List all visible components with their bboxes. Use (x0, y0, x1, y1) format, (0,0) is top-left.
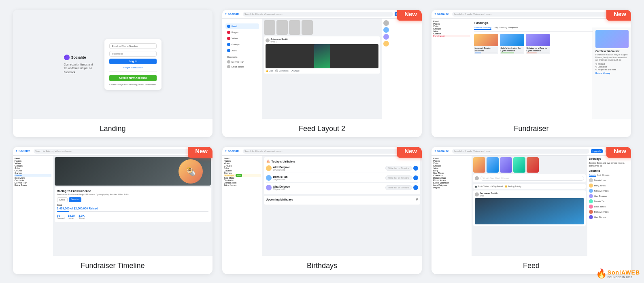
fund-progress-3 (527, 53, 549, 53)
f2-post-image (475, 198, 584, 224)
browse-tab[interactable]: Browse Funding (474, 26, 491, 30)
nav-pages[interactable]: Pages (225, 30, 259, 35)
contacts-section: Contacts Dennis Han Erica Jones (225, 56, 259, 69)
post-actions: 👍 Like 💬 Comment ↗ Share (266, 70, 379, 72)
story-3[interactable] (289, 20, 300, 35)
bd-person-2-left: Dennis Han 19 years old (266, 175, 288, 181)
f2-groups-tab[interactable]: Groups (602, 174, 609, 177)
ft-goal-amount: 2,429,000 of $2,000,000 Raised (57, 207, 208, 210)
ft-progress-fill (57, 211, 69, 212)
bd-person-3-name: Alex Dolgove (273, 185, 290, 188)
contact-dennis: Dennis Han (225, 59, 259, 64)
fund-card-1[interactable]: Naveen's Boston Marathon (474, 34, 498, 54)
story-2[interactable] (276, 20, 288, 35)
create-account-button[interactable]: Create New Account (109, 75, 157, 81)
card-preview-feed: New ✦ Socialite Search for Friends, Vide… (222, 10, 422, 119)
create-fund-image (595, 30, 629, 48)
right-avatar-2 (383, 27, 389, 33)
bd-today-section: 🎂 Today's birthdays Alex Dolgove 19 year… (264, 157, 420, 194)
fr-topbar-search[interactable]: Search for Friends, Videos and more... (452, 12, 609, 17)
landing-description: Connect with friends and the world aroun… (64, 63, 96, 74)
option-dot-3 (595, 69, 597, 70)
ft-share-btn[interactable]: Share (57, 197, 68, 202)
story-1[interactable] (264, 20, 275, 35)
f2-story-2[interactable] (487, 157, 499, 173)
ft-donate-btn[interactable]: Donated (69, 197, 81, 202)
card-birthdays: New ✦ Socialite Search for Friends, Vide… (222, 147, 422, 274)
bd-person-3: Alex Dolgove 19 years old Write her on T… (266, 185, 418, 192)
ft-hero: 🌯 (55, 157, 211, 186)
card-label-fundraiser: Fundraiser (431, 119, 631, 137)
ft-hosted-label: Hosted (68, 217, 76, 220)
bd-upcoming-toggle[interactable]: ∨ (416, 198, 418, 201)
bd-send-btn-3[interactable] (413, 185, 418, 190)
my-requests-tab[interactable]: My Funding Requests (495, 26, 518, 30)
fr-nav-fundraiser[interactable]: Fundraiser (433, 35, 470, 37)
f2-photo-video[interactable]: 📷 Photo/Video (475, 185, 489, 188)
nav-video[interactable]: Video (225, 36, 259, 41)
email-input[interactable]: Email or Phone Number (109, 43, 157, 49)
bd-write-input-2[interactable]: Write her on Timeline (385, 175, 412, 180)
bd-write-input-3[interactable]: Write her on Timeline (385, 185, 412, 190)
fund-card-img-2 (500, 34, 524, 46)
f2-story-3[interactable] (500, 157, 512, 173)
like-action[interactable]: 👍 Like (266, 70, 273, 72)
nav-feed[interactable]: Feed (225, 23, 259, 29)
password-input[interactable]: Password (109, 51, 157, 57)
bd-today-label: Today's birthdays (272, 160, 295, 163)
fr-topbar-logo: ✦ Socialite (434, 13, 449, 16)
f2-feeling[interactable]: 😊 Feeling Activity (505, 185, 521, 188)
f2-compose-input[interactable]: What's Your Mind ? Hareet (480, 176, 584, 181)
nav-groups[interactable]: Groups (225, 42, 259, 47)
ft-topbar-search[interactable]: Search for Friends, Videos and more... (34, 149, 190, 154)
f2-rc-avatar-6 (589, 205, 593, 209)
bd-send-btn-1[interactable] (413, 166, 418, 171)
card-preview-birthdays: New ✦ Socialite Search for Friends, Vide… (222, 147, 422, 256)
pages-icon (227, 31, 230, 34)
topbar-search[interactable]: Search for Friends, Videos and more... (243, 12, 393, 17)
ft-card-sub: Fundraiser for Parent Project Muscular D… (57, 193, 208, 196)
comment-action[interactable]: 💬 Comment (275, 70, 288, 72)
ft-contact-name-2: Erica Jones (15, 184, 27, 186)
f2-tag-friend[interactable]: 🏷 Tag Friend (491, 185, 503, 188)
f2-story-5[interactable] (527, 157, 539, 173)
fundings-title: Fundings (474, 21, 629, 25)
raise-money-btn[interactable]: Raise Money (595, 72, 629, 74)
f2-rc-name-3: Nikita Johnson (594, 190, 609, 192)
f2-rc-avatar-1 (589, 178, 593, 182)
share-action[interactable]: ↗ Share (291, 70, 300, 72)
f2-upgrade-btn[interactable]: Upgrade (591, 149, 603, 153)
bd-person-3-actions: Write her on Timeline (385, 185, 418, 190)
card-label-birthdays: Birthdays (222, 256, 422, 274)
bd-person-1-info: Alex Dolgove 19 years old (273, 166, 290, 171)
bd-write-input-1[interactable]: Write her on Timeline (385, 166, 412, 171)
option-education: Education (595, 65, 629, 68)
contacts-title: Contacts (225, 56, 259, 58)
video-icon (227, 37, 230, 40)
post-header: Johnson Smith 9Hrs ● (266, 38, 379, 43)
login-button[interactable]: Log In (109, 59, 157, 64)
fund-card-2[interactable]: John's fundraiser for Cystic Fibrosis (500, 34, 524, 54)
fund-card-img-3 (526, 34, 550, 46)
ft-stats: 86 Donated 18.9K Hosted 1.5K Shared (57, 214, 208, 220)
ft-contacts: Contacts Dennis Han Erica Jones (15, 179, 51, 186)
ft-sidebar: Feed Pages Video Groups (13, 156, 53, 256)
forgot-link[interactable]: Forgot Password? (109, 66, 157, 69)
f2-rc-avatar-2 (589, 184, 593, 188)
f2-friends-tab[interactable]: Friends (589, 174, 596, 177)
ft-stat-shared: 1.5K Shared (79, 214, 85, 220)
bd-topbar-search[interactable]: Search for Friends, Videos and more... (243, 149, 400, 154)
card-feed: New ✦ Socialite Search for Friends, Vide… (431, 147, 631, 274)
right-avatars (383, 20, 420, 46)
f2-story-1[interactable] (473, 157, 485, 173)
bd-send-btn-2[interactable] (413, 175, 418, 180)
f2-list-tab[interactable]: List (597, 174, 601, 177)
right-avatar-4 (383, 41, 389, 46)
fund-card-3[interactable]: Striving for a Cure for Cystic Fibrosis (526, 34, 550, 54)
f2-story-4[interactable] (513, 157, 525, 173)
f2-topbar-search[interactable]: Search for Friends, Videos and more... (452, 149, 589, 154)
groups-label: Groups (232, 43, 240, 46)
bd-person-1-actions: Write her on Timeline (385, 166, 418, 171)
story-4[interactable] (302, 20, 313, 35)
nav-jobs[interactable]: Jobs (225, 48, 259, 53)
